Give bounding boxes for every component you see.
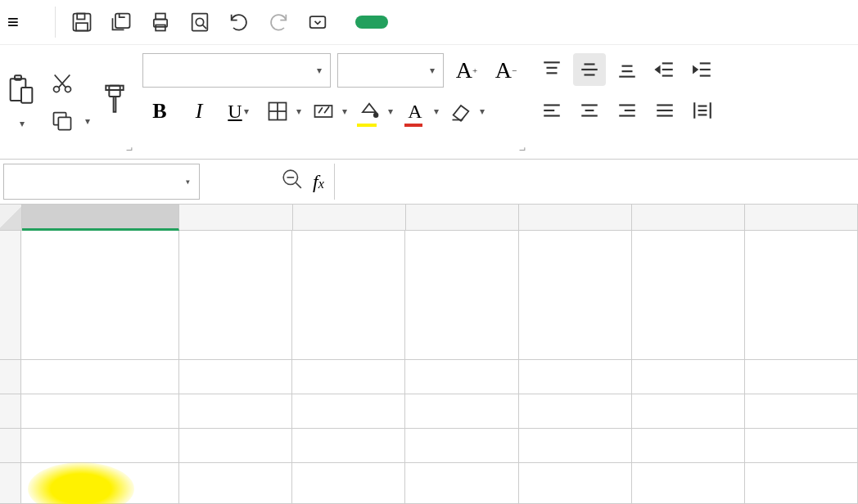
tab-page-layout[interactable] [454,16,470,29]
cell[interactable] [292,394,405,428]
cell[interactable] [745,231,858,359]
tab-insert[interactable] [413,16,429,29]
row-header[interactable] [0,429,21,462]
cell[interactable] [292,429,405,462]
paste-button[interactable]: ▾ [7,71,41,133]
tab-formula[interactable] [494,16,511,29]
format-painter-button[interactable] [100,83,129,121]
decrease-font-size-button[interactable]: A− [490,54,522,87]
cell[interactable] [405,394,518,428]
distribute-button[interactable] [686,94,719,127]
ribbon-tabs [355,16,552,29]
cell[interactable] [405,360,518,394]
cell[interactable] [179,231,292,359]
align-left-button[interactable] [535,94,568,127]
column-header-A[interactable] [22,205,180,231]
column-header-D[interactable] [406,205,519,231]
save-icon[interactable] [65,6,98,38]
column-header-F[interactable] [632,205,745,231]
cell[interactable] [632,360,745,394]
svg-rect-17 [109,85,120,96]
chevron-down-icon: ▾ [430,65,435,76]
column-header-E[interactable] [519,205,632,231]
align-middle-button[interactable] [573,53,606,86]
increase-indent-button[interactable] [686,53,719,86]
spreadsheet-grid[interactable] [0,205,858,499]
cell[interactable] [632,429,745,462]
cell[interactable] [632,463,745,503]
print-icon[interactable] [144,6,177,38]
cell[interactable] [519,394,632,428]
svg-point-13 [54,86,60,92]
cell[interactable] [179,429,292,462]
cell[interactable] [519,231,632,359]
cut-button[interactable] [51,72,90,95]
increase-font-size-button[interactable]: A+ [450,54,483,87]
tab-start[interactable] [355,16,388,29]
zoom-out-icon[interactable] [282,169,303,195]
cell[interactable] [745,429,858,462]
select-all-corner[interactable] [0,205,22,231]
preview-icon[interactable] [183,6,216,38]
menu-icon[interactable]: ≡ [4,11,22,34]
cell[interactable] [519,463,632,503]
justify-button[interactable] [648,94,681,127]
qat-dropdown-icon[interactable] [301,6,334,38]
italic-button[interactable]: I [182,94,216,128]
cell[interactable] [745,360,858,394]
row-header[interactable] [0,231,21,359]
cell[interactable] [21,360,179,394]
cell[interactable] [179,394,292,428]
svg-line-59 [296,182,301,188]
file-menu[interactable] [29,19,45,25]
cell[interactable] [405,429,518,462]
cell[interactable] [519,429,632,462]
cell[interactable] [292,463,405,503]
column-header-B[interactable] [179,205,292,231]
cell-A1[interactable] [21,231,179,359]
redo-icon[interactable] [262,6,295,38]
cell[interactable] [632,231,745,359]
eraser-button[interactable] [444,94,478,128]
border-button[interactable] [260,94,295,128]
tab-data[interactable] [535,16,552,29]
divider [55,7,56,38]
font-name-select[interactable]: ▾ [142,53,331,88]
row-header[interactable] [0,360,21,394]
cell[interactable] [745,394,858,428]
align-right-button[interactable] [611,94,644,127]
cell[interactable] [179,360,292,394]
font-color-button[interactable]: A [398,94,432,128]
cell[interactable] [179,463,292,503]
svg-rect-16 [58,117,70,129]
font-size-select[interactable]: ▾ [337,53,444,88]
align-center-button[interactable] [573,94,606,127]
column-header-C[interactable] [293,205,406,231]
cell[interactable] [21,429,179,462]
cell[interactable] [632,394,745,428]
cell[interactable] [405,231,518,359]
cell[interactable] [745,463,858,503]
cell-style-button[interactable] [306,94,341,128]
svg-rect-9 [310,16,326,28]
formula-bar-input[interactable] [334,164,793,200]
fill-color-button[interactable] [352,94,386,128]
align-top-button[interactable] [535,53,568,86]
column-header-G[interactable] [745,205,858,231]
save-as-icon[interactable] [105,6,138,38]
cell[interactable] [21,394,179,428]
bold-button[interactable]: B [142,94,177,128]
copy-button[interactable]: ▾ [51,110,90,133]
underline-button[interactable]: U▾ [221,94,255,128]
svg-point-8 [196,18,203,25]
name-box[interactable]: ▾ [3,164,200,200]
row-header[interactable] [0,463,21,503]
cell[interactable] [519,360,632,394]
undo-icon[interactable] [223,6,255,38]
row-header[interactable] [0,394,21,428]
align-bottom-button[interactable] [611,53,644,86]
cell[interactable] [292,231,405,359]
cell[interactable] [292,360,405,394]
cell[interactable] [405,463,518,503]
decrease-indent-button[interactable] [648,53,681,86]
